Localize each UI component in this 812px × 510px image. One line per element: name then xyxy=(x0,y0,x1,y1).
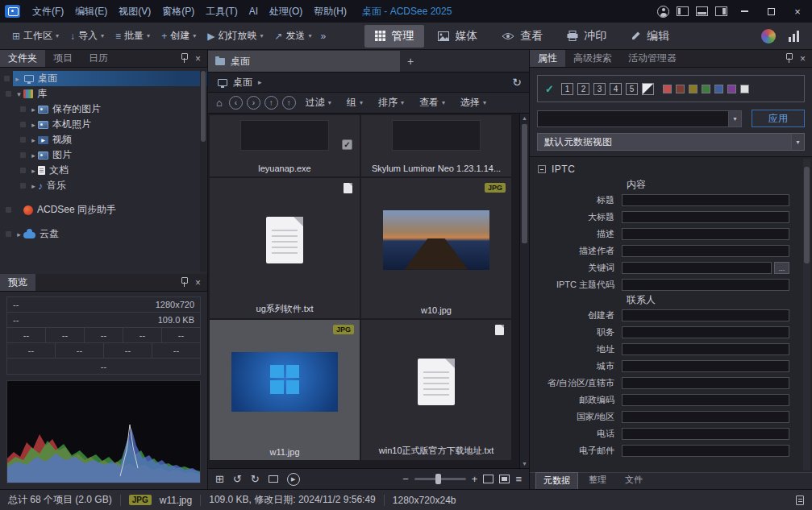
rating-1[interactable]: 1 xyxy=(561,83,573,95)
iptc-section-header[interactable]: IPTC xyxy=(530,160,812,178)
collapse-icon[interactable] xyxy=(538,165,546,173)
autoplay-icon[interactable]: ▶ xyxy=(287,473,300,486)
pin-icon[interactable] xyxy=(785,53,792,64)
iptc-email-input[interactable] xyxy=(622,445,789,457)
rating-3[interactable]: 3 xyxy=(593,83,606,95)
tab-organize[interactable]: 整理 xyxy=(581,471,614,489)
expander-icon[interactable]: ▸ xyxy=(13,75,22,83)
file-cell-w10[interactable]: JPG w10.jpg xyxy=(361,178,511,318)
iptc-description-input[interactable] xyxy=(622,228,789,240)
layout-left-panel-icon[interactable] xyxy=(677,6,689,16)
quick-pin[interactable] xyxy=(2,231,15,237)
zoom-in-icon[interactable]: + xyxy=(472,473,478,485)
iptc-headline-input[interactable] xyxy=(622,211,789,223)
chevron-down-icon[interactable]: ▾ xyxy=(728,111,741,126)
user-account-icon[interactable] xyxy=(657,6,669,18)
back-button[interactable]: ‹ xyxy=(229,96,243,110)
tree-item-music[interactable]: ▸ ♪ 音乐 xyxy=(0,178,207,193)
tab-folders[interactable]: 文件夹 xyxy=(0,50,45,67)
mode-media[interactable]: 媒体 xyxy=(427,25,488,48)
iptc-state-input[interactable] xyxy=(622,377,789,389)
iptc-country-input[interactable] xyxy=(622,411,789,423)
rating-4[interactable]: 4 xyxy=(610,83,622,95)
up-level-button[interactable]: ↑ xyxy=(282,96,296,110)
tree-item-local-photos[interactable]: ▸ 本机照片 xyxy=(0,117,207,132)
expander-icon[interactable]: ▸ xyxy=(29,151,38,160)
tab-task-manager[interactable]: 活动管理器 xyxy=(620,50,685,67)
tree-item-cloud[interactable]: ▸ 云盘 xyxy=(0,226,207,242)
new-tab-button[interactable]: + xyxy=(400,51,421,72)
rotate-right-icon[interactable]: ↻ xyxy=(251,473,260,485)
tab-preview[interactable]: 预览 xyxy=(0,274,35,291)
expander-icon[interactable]: ▸ xyxy=(29,136,38,144)
metadata-view-dropdown[interactable]: 默认元数据视图 ▾ xyxy=(537,133,805,151)
menu-process[interactable]: 处理(O) xyxy=(264,0,308,23)
create-button[interactable]: +创建▾ xyxy=(156,26,202,47)
metadata-scrollbar[interactable] xyxy=(803,159,810,471)
quick-pin[interactable] xyxy=(16,122,29,127)
thumbnail-view-icon[interactable] xyxy=(499,475,510,483)
close-button[interactable]: × xyxy=(788,2,807,20)
tree-item-videos[interactable]: ▸ ▶ 视频 xyxy=(0,132,207,147)
preset-combobox[interactable]: ▾ xyxy=(537,110,742,127)
close-panel-icon[interactable]: × xyxy=(195,277,201,288)
refresh-icon[interactable]: ↻ xyxy=(512,76,522,89)
tab-advanced-search[interactable]: 高级搜索 xyxy=(565,50,620,67)
tree-item-saved-pictures[interactable]: ▸ 保存的图片 xyxy=(0,102,207,117)
tree-item-sync-assistant[interactable]: ACDSee 同步助手 xyxy=(0,202,207,218)
folders-scrollbar[interactable] xyxy=(200,69,206,272)
workspace-button[interactable]: ⊞工作区▾ xyxy=(6,26,65,47)
menu-view[interactable]: 视图(V) xyxy=(113,0,156,23)
quick-pin[interactable] xyxy=(16,106,29,112)
up-button[interactable]: ↑ xyxy=(264,96,278,110)
file-cell-w11-selected[interactable]: JPG w11.jpg xyxy=(210,320,360,460)
zoom-slider-handle[interactable] xyxy=(435,474,441,484)
file-checkbox[interactable]: ✓ xyxy=(342,139,352,150)
toolbar-overflow-button[interactable]: » xyxy=(317,31,329,42)
zoom-out-icon[interactable]: − xyxy=(402,473,409,485)
file-cell-skylum[interactable]: Skylum Luminar Neo 1.23.1.14... xyxy=(361,115,511,176)
view-menu[interactable]: 查看▾ xyxy=(414,96,451,110)
quick-pin[interactable] xyxy=(0,76,13,81)
compare-icon[interactable]: ⊞ xyxy=(215,473,224,485)
tree-item-documents[interactable]: ▸ 文档 xyxy=(0,163,207,178)
expander-icon[interactable]: ▸ xyxy=(29,167,38,175)
menu-ai[interactable]: AI xyxy=(244,0,264,23)
tab-file[interactable]: 文件 xyxy=(617,471,651,489)
select-menu[interactable]: 选择▾ xyxy=(455,96,492,110)
expander-icon[interactable]: ▸ xyxy=(29,106,38,114)
quick-pin[interactable] xyxy=(16,152,29,158)
crop-icon[interactable] xyxy=(269,475,278,483)
color-label-blue[interactable] xyxy=(714,85,723,93)
filter-menu[interactable]: 过滤▾ xyxy=(300,96,337,110)
breadcrumb[interactable]: 桌面 xyxy=(233,76,252,89)
slideshow-button[interactable]: ▶幻灯放映▾ xyxy=(202,26,269,47)
close-panel-icon[interactable]: × xyxy=(800,53,806,64)
layout-right-panel-icon[interactable] xyxy=(715,6,727,16)
iptc-job-title-input[interactable] xyxy=(622,326,789,338)
file-cell-ug-txt[interactable]: ug系列软件.txt xyxy=(210,178,360,318)
color-label-none[interactable] xyxy=(740,85,749,93)
quick-pin[interactable] xyxy=(16,137,29,143)
close-panel-icon[interactable]: × xyxy=(195,53,201,64)
iptc-keywords-input[interactable] xyxy=(622,262,772,274)
scrollbar-thumb[interactable] xyxy=(522,124,527,243)
menu-file[interactable]: 文件(F) xyxy=(27,0,69,23)
iptc-writer-input[interactable] xyxy=(622,245,789,257)
expander-icon[interactable]: ▾ xyxy=(15,90,23,98)
scroll-down-icon[interactable]: ▼ xyxy=(520,461,529,466)
menu-edit[interactable]: 编辑(E) xyxy=(69,0,113,23)
rating-2[interactable]: 2 xyxy=(577,83,589,95)
grid-scrollbar[interactable]: ▲ ▼ xyxy=(519,114,529,468)
send-button[interactable]: ↗发送▾ xyxy=(269,26,317,47)
quick-pin[interactable] xyxy=(2,207,15,213)
tab-calendar[interactable]: 日历 xyxy=(81,50,116,67)
clear-rating-button[interactable] xyxy=(642,83,654,95)
scrollbar-thumb[interactable] xyxy=(201,71,206,142)
rating-5[interactable]: 5 xyxy=(626,83,638,95)
zoom-slider[interactable] xyxy=(414,478,466,480)
color-label-green[interactable] xyxy=(702,85,710,93)
color-label-purple[interactable] xyxy=(727,85,736,93)
layout-bottom-panel-icon[interactable] xyxy=(696,6,708,16)
group-menu[interactable]: 组▾ xyxy=(341,96,369,110)
